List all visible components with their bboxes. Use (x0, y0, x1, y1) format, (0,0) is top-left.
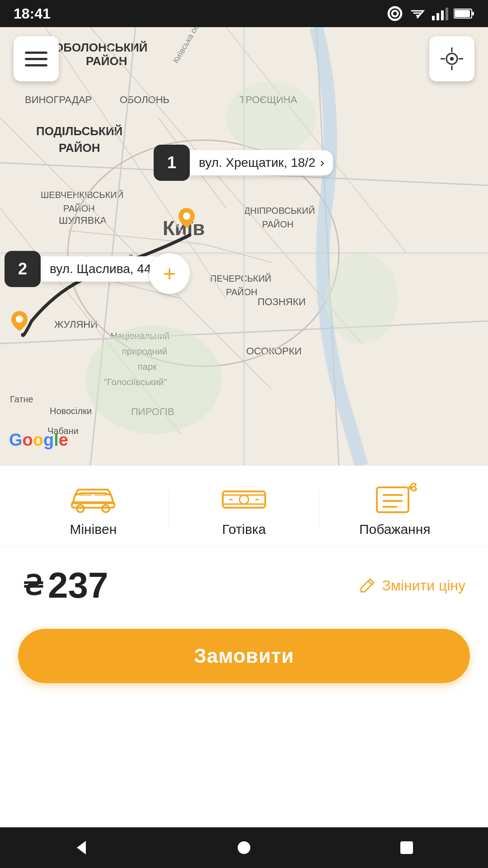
svg-rect-33 (25, 58, 47, 60)
map-label-gatne: Гатне (10, 394, 33, 405)
change-price-label: Змінити ціну (382, 577, 465, 594)
home-icon (236, 840, 252, 856)
service-miniven[interactable]: Мінівен (18, 484, 169, 537)
svg-point-30 (16, 316, 23, 323)
map-label-podilsky: ПОДІЛЬСЬКИЙ (36, 124, 122, 138)
map-label-osokorky: ОСОКОРКИ (246, 345, 302, 357)
pobazhannya-icon-wrapper: 3 (375, 484, 415, 515)
map-label-troyeshchyna: ТРОЄЩИНА (239, 94, 297, 106)
svg-rect-4 (436, 13, 439, 20)
wifi-icon (408, 7, 427, 20)
svg-line-12 (90, 27, 136, 466)
map-label-kyivska-obl: Київська обл. (171, 27, 205, 65)
bottom-panel: Мінівен Готівка (0, 466, 488, 841)
status-bar: 18:41 (0, 0, 488, 27)
svg-rect-5 (441, 10, 444, 20)
app-icon (387, 5, 403, 22)
svg-rect-9 (472, 12, 474, 15)
map-label-nats3: парк (138, 362, 157, 372)
svg-line-22 (68, 231, 203, 244)
map-label-shulyavka: ШУЛЯВКА (59, 215, 107, 226)
map-label-pechersky: ПЕЧЕРСЬКИЙ (210, 274, 271, 284)
svg-line-17 (226, 27, 407, 253)
gotivka-icon-wrapper (219, 484, 269, 515)
waypoint-1-label[interactable]: вул. Хрещатик, 18/2 › (190, 150, 333, 175)
map-label-poznyaky: ПОЗНЯКИ (258, 296, 306, 308)
order-button[interactable]: Замовити (18, 629, 470, 683)
svg-rect-34 (25, 64, 47, 66)
map-area[interactable]: ОБОЛОНСЬКИЙ РАЙОН ВИНОГРАДАР ОБОЛОНЬ ТРО… (0, 27, 488, 466)
service-gotivka[interactable]: Готівка (169, 484, 319, 537)
signal-icon (432, 7, 448, 20)
map-label-nats2: природний (122, 346, 167, 357)
menu-button[interactable] (14, 36, 59, 81)
waypoint-1[interactable]: 1 вул. Хрещатик, 18/2 › (154, 145, 333, 181)
svg-rect-8 (455, 10, 470, 17)
svg-rect-54 (377, 487, 408, 512)
map-label-nats1: Національний (111, 331, 169, 341)
svg-rect-6 (446, 8, 448, 20)
order-button-label: Замовити (194, 645, 294, 667)
map-label-rayon2: РАЙОН (59, 141, 100, 155)
svg-point-36 (450, 57, 454, 61)
svg-point-29 (183, 212, 190, 220)
services-row: Мінівен Готівка (0, 466, 488, 547)
waypoint-1-arrow: › (320, 156, 324, 170)
list-icon (375, 485, 415, 514)
svg-point-27 (226, 81, 316, 154)
map-label-rayon4: РАЙОН (262, 219, 294, 230)
waypoint-2-address: вул. Щаслива, 44 (50, 262, 151, 276)
map-label-zhulyany: ЖУЛЯНИ (54, 319, 98, 330)
hamburger-icon (25, 50, 47, 68)
back-icon (72, 839, 90, 857)
svg-line-19 (90, 27, 361, 344)
back-button[interactable] (63, 830, 99, 866)
recent-button[interactable] (389, 830, 425, 866)
google-watermark: Google (9, 428, 72, 452)
map-label-rayon5: РАЙОН (226, 287, 258, 297)
home-button[interactable] (226, 830, 262, 866)
pencil-icon (359, 577, 375, 594)
svg-rect-32 (25, 52, 47, 54)
svg-line-23 (203, 244, 271, 262)
svg-line-60 (368, 581, 372, 585)
svg-text:Google: Google (9, 430, 68, 449)
waypoint-1-address: вул. Хрещатик, 18/2 (199, 156, 315, 170)
plus-icon: + (163, 262, 176, 285)
map-label-shevchenkivsky: ШЕВЧЕНКІВСЬКИЙ (41, 190, 123, 200)
map-label-obolonsky: ОБОЛОНСЬКИЙ (54, 41, 147, 55)
svg-point-2 (393, 12, 397, 15)
svg-line-15 (0, 321, 488, 344)
currency-symbol: ₴ (23, 570, 43, 601)
miniven-icon-wrapper (68, 484, 118, 515)
gotivka-label: Готівка (222, 522, 266, 537)
price-value: 237 (48, 565, 108, 606)
pobazhannya-label: Побажання (359, 522, 431, 537)
recent-icon (399, 840, 415, 856)
price-row: ₴ 237 Змінити ціну (0, 547, 488, 624)
svg-rect-63 (400, 841, 413, 854)
map-label-rayon3: РАЙОН (63, 203, 95, 214)
service-pobazhannya[interactable]: 3 Побажання (319, 484, 470, 537)
svg-marker-61 (77, 841, 86, 854)
add-stop-button[interactable]: + (149, 253, 190, 294)
map-label-obolon: ОБОЛОНЬ (120, 94, 169, 106)
map-label-dniprovskyi: ДНІПРОВСЬКИЙ (244, 206, 315, 216)
map-svg (0, 27, 488, 466)
svg-point-62 (238, 841, 250, 854)
battery-icon (454, 8, 474, 19)
svg-point-26 (86, 326, 221, 434)
miniven-label: Мінівен (70, 522, 117, 537)
change-price-button[interactable]: Змінити ціну (359, 577, 465, 594)
cash-icon (219, 486, 269, 513)
map-label-nats4: "Голосіївський" (104, 377, 167, 387)
map-pin-1 (178, 208, 195, 230)
map-background: ОБОЛОНСЬКИЙ РАЙОН ВИНОГРАДАР ОБОЛОНЬ ТРО… (0, 27, 488, 466)
waypoint-1-badge: 1 (154, 145, 190, 181)
car-icon (68, 486, 118, 513)
status-icons (387, 5, 474, 22)
svg-point-51 (239, 495, 249, 504)
svg-line-13 (316, 27, 339, 466)
location-button[interactable] (429, 36, 474, 81)
waypoint-2[interactable]: 2 вул. Щаслива, 44 › (5, 251, 169, 287)
